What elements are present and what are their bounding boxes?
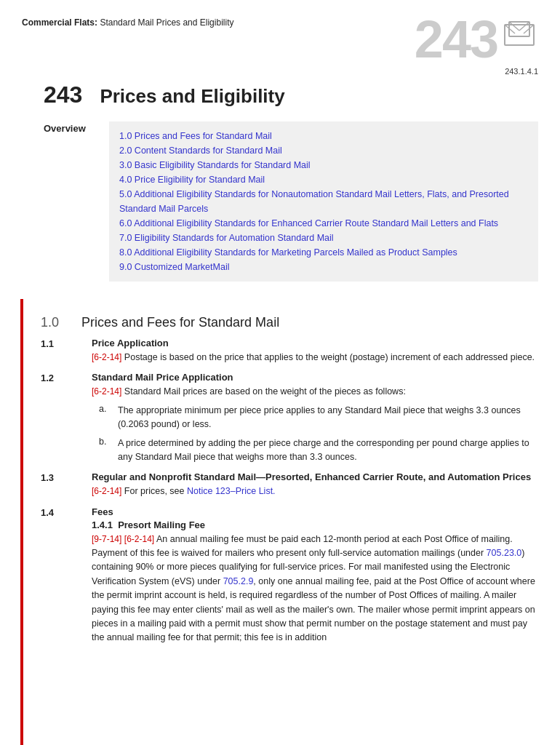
ref-tag-1-4-1b: [6-2-14] [124, 534, 154, 544]
breadcrumb-text: Standard Mail Prices and Eligibility [97, 17, 233, 28]
ref-tag-1-3: [6-2-14] [92, 486, 121, 496]
overview-item-6[interactable]: 6.0 Additional Eligibility Standards for… [119, 216, 528, 231]
ref-tag-1-1: [6-2-14] [92, 352, 121, 362]
ref-tag-1-2: [6-2-14] [92, 386, 121, 397]
doc-title: 243 Prices and Eligibility [44, 81, 538, 108]
overview-item-5[interactable]: 5.0 Additional Eligibility Standards for… [119, 187, 528, 216]
subsection-1-3-content: Regular and Nonprofit Standard Mail—Pres… [92, 471, 538, 498]
overview-label: Overview [44, 121, 109, 282]
link-705-23[interactable]: 705.23.0 [487, 548, 522, 558]
subsection-1-1-content: Price Application [6-2-14] Postage is ba… [92, 338, 538, 364]
main-content: 1.0 Prices and Fees for Standard Mail 1.… [23, 299, 560, 745]
subsection-1-4-title: Fees [92, 506, 538, 517]
overview-item-4[interactable]: 4.0 Price Eligibility for Standard Mail [119, 172, 528, 187]
overview-section: Overview 1.0 Prices and Fees for Standar… [44, 121, 538, 282]
subsection-1-4-1-body: [9-7-14] [6-2-14] An annual mailing fee … [92, 533, 538, 645]
section-1-num: 1.0 [41, 315, 70, 330]
subsection-1-3-title: Regular and Nonprofit Standard Mail—Pres… [92, 471, 538, 482]
doc-title-text: Prices and Eligibility [100, 85, 284, 108]
header-right: 243 [415, 13, 538, 65]
subsection-1-3-body: [6-2-14] For prices, see Notice 123–Pric… [92, 485, 538, 498]
subsection-1-4-1-title: 1.4.1 Presort Mailing Fee [92, 519, 538, 530]
section-1-text: Prices and Fees for Standard Mail [81, 315, 279, 330]
subsection-1-4-content: Fees 1.4.1 Presort Mailing Fee [9-7-14] … [92, 506, 538, 651]
overview-box: 1.0 Prices and Fees for Standard Mail 2.… [109, 121, 538, 282]
subsection-1-2-num: 1.2 [41, 372, 92, 464]
subsection-1-1-body: [6-2-14] Postage is based on the price t… [92, 351, 538, 364]
overview-item-9[interactable]: 9.0 Customized MarketMail [119, 260, 528, 274]
subsection-1-4-num: 1.4 [41, 506, 92, 651]
subsection-1-2-title: Standard Mail Price Application [92, 372, 538, 383]
overview-item-8[interactable]: 8.0 Additional Eligibility Standards for… [119, 245, 528, 260]
overview-item-3[interactable]: 3.0 Basic Eligibility Standards for Stan… [119, 158, 528, 172]
subsection-1-3: 1.3 Regular and Nonprofit Standard Mail—… [41, 471, 538, 498]
content-area: 1.0 Prices and Fees for Standard Mail 1.… [0, 299, 560, 745]
doc-number: 243 [44, 81, 82, 108]
subsection-1-4: 1.4 Fees 1.4.1 Presort Mailing Fee [9-7-… [41, 506, 538, 651]
section-number-large: 243 [415, 13, 497, 65]
list-item-b: b. A price determined by adding the per … [99, 437, 538, 465]
subsection-1-1-title: Price Application [92, 338, 538, 348]
overview-item-1[interactable]: 1.0 Prices and Fees for Standard Mail [119, 129, 528, 143]
section-1-title: 1.0 Prices and Fees for Standard Mail [41, 315, 538, 330]
subsection-1-1: 1.1 Price Application [6-2-14] Postage i… [41, 338, 538, 364]
overview-item-2[interactable]: 2.0 Content Standards for Standard Mail [119, 143, 528, 158]
subsection-1-4-1: 1.4.1 Presort Mailing Fee [9-7-14] [6-2-… [92, 519, 538, 645]
subsection-1-2-content: Standard Mail Price Application [6-2-14]… [92, 372, 538, 464]
breadcrumb-bold: Commercial Flats: [22, 17, 97, 28]
envelope-icon [503, 20, 538, 48]
list-item-a: a. The appropriate minimum per piece pri… [99, 404, 538, 432]
subsection-1-2: 1.2 Standard Mail Price Application [6-2… [41, 372, 538, 464]
page-header: Commercial Flats: Standard Mail Prices a… [0, 0, 560, 65]
subsection-1-1-num: 1.1 [41, 338, 92, 364]
ref-tag-1-4-1a: [9-7-14] [92, 534, 121, 544]
overview-item-7[interactable]: 7.0 Eligibility Standards for Automation… [119, 231, 528, 245]
notice-123-link[interactable]: Notice 123–Price List. [187, 486, 276, 496]
subsection-1-2-body: [6-2-14] Standard Mail prices are based … [92, 385, 538, 399]
link-705-2-9[interactable]: 705.2.9 [223, 576, 254, 586]
breadcrumb: Commercial Flats: Standard Mail Prices a… [22, 13, 233, 28]
subsection-1-3-num: 1.3 [41, 471, 92, 498]
